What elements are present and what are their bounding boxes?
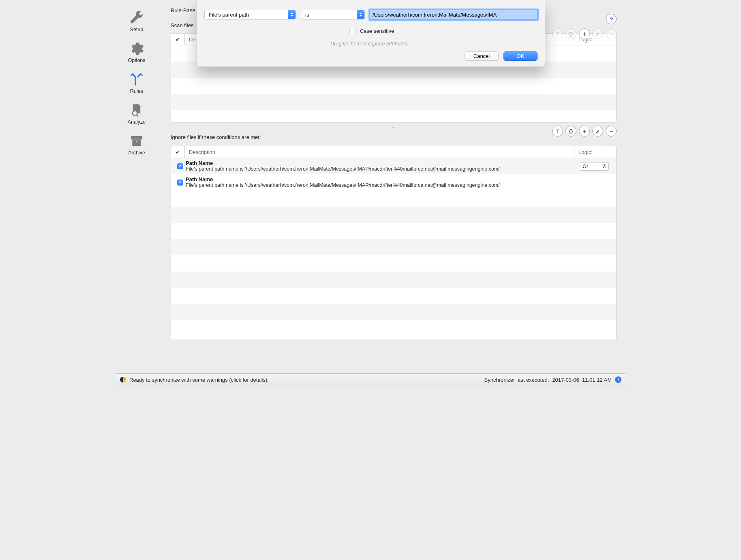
braces-icon[interactable]: {} — [565, 28, 576, 39]
svg-rect-4 — [135, 141, 138, 142]
ignore-files-table: ✔ Description: Logic: Path Name File's p… — [171, 146, 617, 340]
magnify-document-icon — [116, 104, 158, 117]
condition-sheet: File's parent path is Case sensitive Dra… — [197, 0, 545, 67]
chevron-updown-icon — [357, 10, 364, 19]
svg-rect-3 — [133, 140, 141, 145]
header-check[interactable]: ✔ — [171, 34, 185, 45]
braces-icon[interactable]: {} — [565, 126, 576, 137]
cancel-button[interactable]: Cancel — [465, 51, 499, 61]
status-bar: Ready to synchronize with some warnings … — [116, 373, 625, 386]
header-logic[interactable]: Logic: — [574, 146, 608, 158]
scan-files-label: Scan files — [171, 22, 193, 28]
logic-select[interactable]: Or — [580, 162, 609, 171]
sidebar-item-label: Setup — [130, 27, 143, 32]
split-handle[interactable]: ● — [171, 123, 617, 132]
ok-button[interactable]: OK — [503, 51, 538, 61]
sidebar-item-setup[interactable]: Setup — [116, 6, 158, 36]
sidebar-item-archive[interactable]: Archive — [116, 129, 158, 160]
svg-point-0 — [133, 111, 137, 115]
sidebar-item-rules[interactable]: Rules — [116, 67, 158, 98]
sidebar-item-label: Options — [128, 58, 145, 63]
table-row[interactable]: Path Name File's parent path name is '/U… — [171, 158, 616, 174]
split-arrows-icon — [116, 73, 158, 86]
chevron-updown-icon — [288, 10, 296, 19]
status-sync-time: 2017-03-06, 11:01:12 AM — [552, 377, 612, 383]
rule-subtitle: File's parent path name is '/Users/weath… — [186, 182, 580, 188]
ignore-files-tbody[interactable]: Path Name File's parent path name is '/U… — [171, 158, 616, 340]
operator-select[interactable]: is — [301, 10, 365, 19]
edit-icon[interactable] — [592, 126, 603, 137]
value-input[interactable] — [370, 10, 538, 19]
rule-subtitle: File's parent path name is '/Users/weath… — [186, 166, 580, 172]
branch-icon[interactable] — [552, 126, 563, 137]
help-button[interactable]: ? — [606, 14, 617, 24]
table-header: ✔ Description: Logic: — [171, 146, 616, 158]
branch-icon[interactable] — [552, 28, 563, 39]
edit-icon[interactable] — [592, 28, 603, 39]
rule-enabled-checkbox[interactable] — [177, 180, 183, 186]
sidebar-item-label: Rules — [130, 88, 143, 94]
attribute-select-value: File's parent path — [209, 12, 249, 18]
header-description[interactable]: Description: — [185, 146, 574, 158]
svg-rect-2 — [131, 137, 142, 139]
minus-icon[interactable] — [606, 126, 617, 137]
help-icon: ? — [609, 16, 613, 23]
case-sensitive-label: Case sensitive — [360, 28, 394, 34]
plus-icon[interactable] — [579, 28, 590, 39]
operator-select-value: is — [305, 12, 309, 18]
wrench-icon — [116, 11, 158, 24]
case-sensitive-checkbox[interactable] — [349, 28, 356, 34]
gear-icon — [116, 42, 158, 55]
rule-title: Path Name — [186, 160, 580, 166]
minus-icon[interactable] — [606, 28, 617, 39]
header-check[interactable]: ✔ — [171, 146, 185, 158]
attribute-select[interactable]: File's parent path — [204, 10, 296, 19]
sidebar-item-analyze[interactable]: Analyze — [116, 98, 158, 129]
drag-hint: Drag file here to capture attributes... — [204, 41, 538, 47]
ignore-toolbar: {} — [552, 126, 617, 137]
status-text[interactable]: Ready to synchronize with some warnings … — [129, 377, 269, 383]
scan-toolbar: {} — [552, 28, 617, 39]
ignore-label: Ignore files if these conditions are met… — [171, 134, 261, 140]
info-icon[interactable]: i — [615, 376, 621, 383]
header-spacer — [608, 146, 616, 158]
status-sync-label: Synchronizer last executed: — [484, 377, 549, 383]
svg-line-1 — [137, 115, 138, 116]
table-row[interactable]: Path Name File's parent path name is '/U… — [171, 174, 616, 190]
sidebar-item-options[interactable]: Options — [116, 36, 158, 67]
archive-box-icon — [116, 135, 158, 147]
sidebar: Setup Options Rules Analyze Archive — [116, 0, 158, 373]
plus-icon[interactable] — [579, 126, 590, 137]
rule-enabled-checkbox[interactable] — [177, 163, 183, 169]
sidebar-item-label: Archive — [128, 150, 145, 156]
svg-point-12 — [123, 380, 126, 383]
status-warning-icon[interactable] — [120, 376, 126, 383]
rule-title: Path Name — [186, 176, 580, 182]
sidebar-item-label: Analyze — [128, 119, 146, 125]
